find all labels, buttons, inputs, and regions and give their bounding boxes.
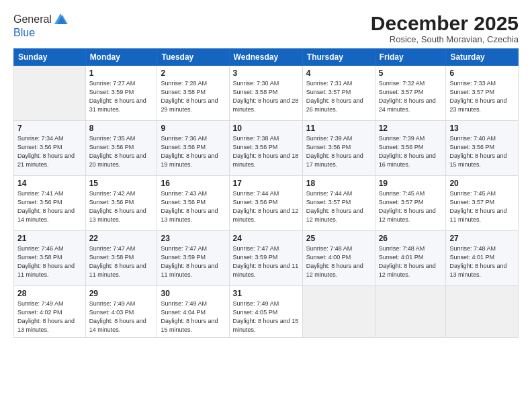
day-number: 17 (233, 179, 299, 188)
table-row: 26Sunrise: 7:48 AM Sunset: 4:01 PM Dayli… (375, 231, 446, 286)
day-info: Sunrise: 7:27 AM Sunset: 3:59 PM Dayligh… (89, 79, 154, 114)
location-subtitle: Rosice, South Moravian, Czechia (371, 34, 519, 44)
day-number: 12 (379, 124, 443, 133)
day-info: Sunrise: 7:34 AM Sunset: 3:56 PM Dayligh… (17, 134, 82, 169)
table-row: 16Sunrise: 7:43 AM Sunset: 3:56 PM Dayli… (157, 176, 229, 231)
table-row: 14Sunrise: 7:41 AM Sunset: 3:56 PM Dayli… (14, 176, 86, 231)
day-info: Sunrise: 7:39 AM Sunset: 3:56 PM Dayligh… (379, 134, 443, 169)
table-row: 6Sunrise: 7:33 AM Sunset: 3:57 PM Daylig… (446, 66, 519, 121)
day-info: Sunrise: 7:28 AM Sunset: 3:58 PM Dayligh… (161, 79, 225, 114)
title-block: December 2025 Rosice, South Moravian, Cz… (371, 12, 519, 44)
table-row: 23Sunrise: 7:47 AM Sunset: 3:59 PM Dayli… (157, 231, 229, 286)
day-info: Sunrise: 7:47 AM Sunset: 3:59 PM Dayligh… (161, 244, 225, 279)
table-row: 2Sunrise: 7:28 AM Sunset: 3:58 PM Daylig… (157, 66, 229, 121)
col-monday: Monday (85, 49, 157, 66)
table-row (302, 286, 375, 338)
day-number: 6 (449, 68, 515, 78)
table-row: 8Sunrise: 7:35 AM Sunset: 3:56 PM Daylig… (85, 121, 157, 176)
day-info: Sunrise: 7:39 AM Sunset: 3:56 PM Dayligh… (306, 134, 371, 169)
day-info: Sunrise: 7:49 AM Sunset: 4:05 PM Dayligh… (233, 300, 299, 334)
day-number: 13 (449, 124, 515, 133)
day-number: 21 (17, 234, 82, 243)
table-row: 1Sunrise: 7:27 AM Sunset: 3:59 PM Daylig… (85, 66, 157, 121)
day-info: Sunrise: 7:49 AM Sunset: 4:04 PM Dayligh… (161, 300, 225, 334)
day-number: 7 (17, 124, 82, 133)
col-tuesday: Tuesday (157, 49, 229, 66)
day-number: 18 (306, 179, 371, 188)
day-number: 10 (233, 124, 299, 133)
day-info: Sunrise: 7:30 AM Sunset: 3:58 PM Dayligh… (233, 79, 299, 114)
day-number: 23 (161, 234, 225, 243)
day-info: Sunrise: 7:46 AM Sunset: 3:58 PM Dayligh… (17, 244, 82, 279)
table-row: 10Sunrise: 7:38 AM Sunset: 3:56 PM Dayli… (229, 121, 302, 176)
day-number: 3 (233, 68, 299, 78)
day-number: 28 (17, 289, 82, 298)
day-info: Sunrise: 7:45 AM Sunset: 3:57 PM Dayligh… (449, 189, 515, 224)
day-info: Sunrise: 7:47 AM Sunset: 3:59 PM Dayligh… (233, 244, 299, 279)
calendar-table: Sunday Monday Tuesday Wednesday Thursday… (13, 48, 519, 338)
day-number: 22 (89, 234, 154, 243)
table-row: 29Sunrise: 7:49 AM Sunset: 4:03 PM Dayli… (85, 286, 157, 338)
col-friday: Friday (375, 49, 446, 66)
logo-general-text: General (13, 13, 52, 26)
table-row: 15Sunrise: 7:42 AM Sunset: 3:56 PM Dayli… (85, 176, 157, 231)
day-info: Sunrise: 7:43 AM Sunset: 3:56 PM Dayligh… (161, 189, 225, 224)
logo: General Blue (13, 12, 68, 39)
table-row: 31Sunrise: 7:49 AM Sunset: 4:05 PM Dayli… (229, 286, 302, 338)
day-info: Sunrise: 7:42 AM Sunset: 3:56 PM Dayligh… (89, 189, 154, 224)
table-row: 28Sunrise: 7:49 AM Sunset: 4:02 PM Dayli… (14, 286, 86, 338)
day-info: Sunrise: 7:36 AM Sunset: 3:56 PM Dayligh… (161, 134, 225, 169)
day-number: 15 (89, 179, 154, 188)
table-row: 11Sunrise: 7:39 AM Sunset: 3:56 PM Dayli… (302, 121, 375, 176)
table-row (375, 286, 446, 338)
logo-blue-text: Blue (13, 27, 68, 39)
day-number: 2 (161, 68, 225, 78)
day-number: 20 (449, 179, 515, 188)
table-row: 19Sunrise: 7:45 AM Sunset: 3:57 PM Dayli… (375, 176, 446, 231)
day-number: 5 (379, 68, 443, 78)
page: General Blue December 2025 Rosice, South… (0, 0, 532, 411)
table-row: 18Sunrise: 7:44 AM Sunset: 3:57 PM Dayli… (302, 176, 375, 231)
day-number: 1 (89, 68, 154, 78)
day-info: Sunrise: 7:45 AM Sunset: 3:57 PM Dayligh… (379, 189, 443, 224)
table-row: 17Sunrise: 7:44 AM Sunset: 3:56 PM Dayli… (229, 176, 302, 231)
day-info: Sunrise: 7:44 AM Sunset: 3:57 PM Dayligh… (306, 189, 371, 224)
day-info: Sunrise: 7:47 AM Sunset: 3:58 PM Dayligh… (89, 244, 154, 279)
day-number: 14 (17, 179, 82, 188)
table-row (14, 66, 86, 121)
table-row (446, 286, 519, 338)
table-row: 4Sunrise: 7:31 AM Sunset: 3:57 PM Daylig… (302, 66, 375, 121)
calendar-header-row: Sunday Monday Tuesday Wednesday Thursday… (14, 49, 519, 66)
table-row: 21Sunrise: 7:46 AM Sunset: 3:58 PM Dayli… (14, 231, 86, 286)
day-info: Sunrise: 7:31 AM Sunset: 3:57 PM Dayligh… (306, 79, 371, 114)
col-saturday: Saturday (446, 49, 519, 66)
table-row: 25Sunrise: 7:48 AM Sunset: 4:00 PM Dayli… (302, 231, 375, 286)
table-row: 7Sunrise: 7:34 AM Sunset: 3:56 PM Daylig… (14, 121, 86, 176)
month-title: December 2025 (371, 12, 519, 34)
day-info: Sunrise: 7:33 AM Sunset: 3:57 PM Dayligh… (449, 79, 515, 114)
col-wednesday: Wednesday (229, 49, 302, 66)
day-info: Sunrise: 7:40 AM Sunset: 3:56 PM Dayligh… (449, 134, 515, 169)
day-info: Sunrise: 7:44 AM Sunset: 3:56 PM Dayligh… (233, 189, 299, 224)
day-number: 19 (379, 179, 443, 188)
day-info: Sunrise: 7:49 AM Sunset: 4:02 PM Dayligh… (17, 300, 82, 334)
day-number: 16 (161, 179, 225, 188)
day-info: Sunrise: 7:35 AM Sunset: 3:56 PM Dayligh… (89, 134, 154, 169)
table-row: 12Sunrise: 7:39 AM Sunset: 3:56 PM Dayli… (375, 121, 446, 176)
logo-icon (53, 12, 68, 27)
day-info: Sunrise: 7:48 AM Sunset: 4:01 PM Dayligh… (449, 244, 515, 279)
table-row: 22Sunrise: 7:47 AM Sunset: 3:58 PM Dayli… (85, 231, 157, 286)
day-info: Sunrise: 7:49 AM Sunset: 4:03 PM Dayligh… (89, 300, 154, 334)
table-row: 27Sunrise: 7:48 AM Sunset: 4:01 PM Dayli… (446, 231, 519, 286)
day-info: Sunrise: 7:41 AM Sunset: 3:56 PM Dayligh… (17, 189, 82, 224)
col-thursday: Thursday (302, 49, 375, 66)
table-row: 5Sunrise: 7:32 AM Sunset: 3:57 PM Daylig… (375, 66, 446, 121)
day-number: 25 (306, 234, 371, 243)
table-row: 20Sunrise: 7:45 AM Sunset: 3:57 PM Dayli… (446, 176, 519, 231)
header: General Blue December 2025 Rosice, South… (13, 12, 519, 44)
table-row: 24Sunrise: 7:47 AM Sunset: 3:59 PM Dayli… (229, 231, 302, 286)
table-row: 3Sunrise: 7:30 AM Sunset: 3:58 PM Daylig… (229, 66, 302, 121)
day-number: 24 (233, 234, 299, 243)
day-number: 4 (306, 68, 371, 78)
day-number: 30 (161, 289, 225, 298)
